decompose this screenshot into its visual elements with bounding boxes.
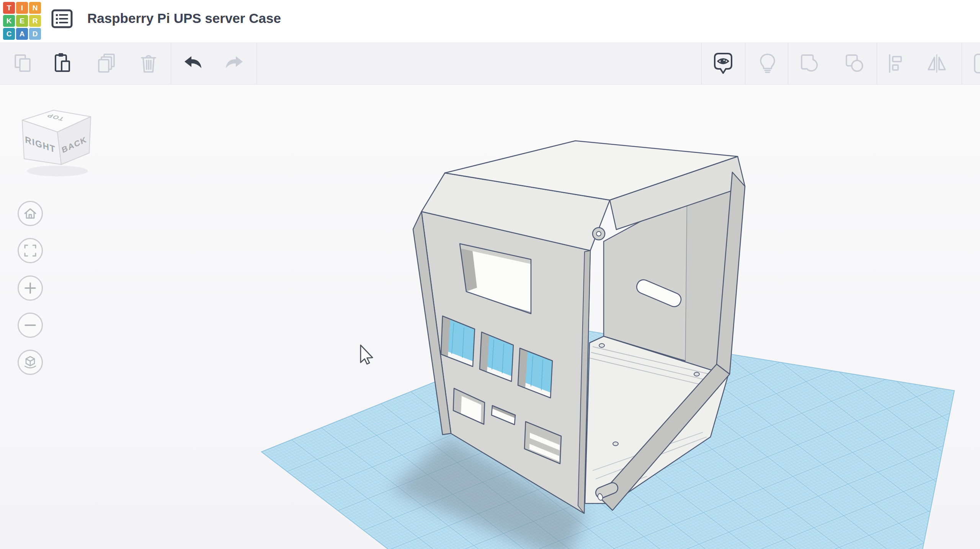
copy-button[interactable] [11,51,35,76]
model-screw-hole [694,372,699,376]
show-all-icon [711,51,735,76]
toolbar-divider [877,43,877,84]
home-icon [22,205,39,222]
ungroup-button[interactable] [842,51,866,76]
design-properties-button[interactable] [51,9,74,29]
zoom-in-button[interactable] [18,275,43,301]
perspective-toggle-button[interactable] [18,350,43,375]
undo-icon [180,51,204,76]
fit-view-icon [22,242,39,259]
design-title[interactable]: Raspberry Pi UPS server Case [87,11,281,26]
fit-view-button[interactable] [18,238,43,263]
zoom-out-button[interactable] [18,313,43,338]
tinkercad-logo[interactable]: TINKERCAD [3,2,41,40]
undo-button[interactable] [180,51,204,76]
align-icon [884,51,908,76]
logo-tile-t: T [3,2,15,14]
paste-button[interactable] [50,51,75,76]
delete-button[interactable] [136,51,161,76]
toolbar-divider [745,43,745,84]
delete-icon [136,51,161,76]
duplicate-button[interactable] [94,51,119,76]
list-icon [51,9,74,29]
toolbar [0,42,980,85]
logo-tile-d: D [29,28,41,40]
copy-icon [11,51,35,76]
logo-tile-i: I [16,2,28,14]
toolbar-divider [701,43,702,84]
clipped-icon [972,51,980,76]
viewcube-shadow [27,166,88,176]
logo-tile-r: R [29,15,41,27]
zoom-out-icon [22,317,39,334]
align-button[interactable] [884,51,908,76]
logo-tile-c: C [3,28,15,40]
perspective-toggle-icon [22,354,39,371]
mirror-icon [924,51,949,76]
show-all-button[interactable] [711,51,735,76]
toolbar-divider [788,43,788,84]
toolbar-divider [962,43,962,84]
zoom-in-icon [22,280,39,296]
header: TINKERCAD Raspberry Pi UPS server Case [0,0,980,42]
logo-tile-k: K [3,15,15,27]
group-icon [797,51,822,76]
duplicate-icon [94,51,119,76]
logo-tile-n: N [29,2,41,14]
redo-icon [223,51,247,76]
group-button[interactable] [797,51,822,76]
paste-icon [50,51,75,76]
model-screw-hole [613,442,618,446]
model-screw-hole [599,344,604,347]
mirror-button[interactable] [924,51,949,76]
logo-tile-a: A [16,28,28,40]
home-view-button[interactable] [18,201,43,226]
redo-button[interactable] [223,51,247,76]
ungroup-icon [842,51,866,76]
clipped-toolbar-button[interactable] [972,51,980,76]
lightbulb-icon [755,51,780,76]
lightbulb-button[interactable] [755,51,780,76]
toolbar-divider [171,43,171,84]
logo-tile-e: E [16,15,28,27]
toolbar-divider [256,43,257,84]
